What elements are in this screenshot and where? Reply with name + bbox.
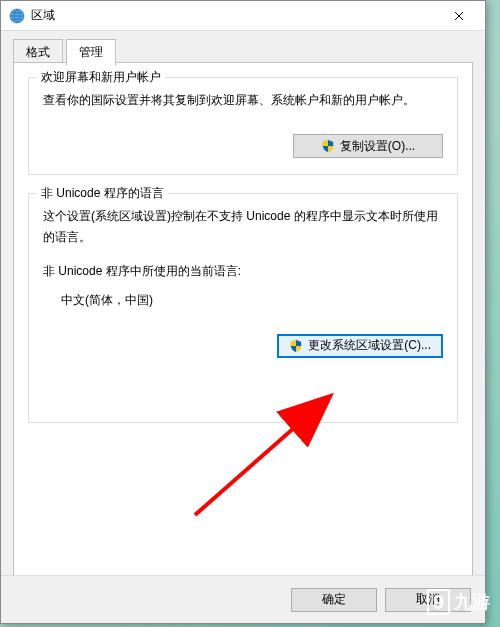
group-non-unicode: 非 Unicode 程序的语言 这个设置(系统区域设置)控制在不支持 Unico… [28,193,458,423]
close-icon [454,11,464,21]
shield-icon [321,139,335,153]
dialog-title: 区域 [31,7,436,24]
shield-icon [289,339,303,353]
ok-button[interactable]: 确定 [291,588,377,612]
dialog-footer: 确定 取消 [1,575,485,623]
tab-panel-admin: 欢迎屏幕和新用户帐户 查看你的国际设置并将其复制到欢迎屏幕、系统帐户和新的用户帐… [13,62,473,582]
copy-settings-button[interactable]: 复制设置(O)... [293,134,443,158]
group-non-unicode-legend: 非 Unicode 程序的语言 [37,185,168,202]
group-welcome-desc: 查看你的国际设置并将其复制到欢迎屏幕、系统帐户和新的用户帐户。 [43,90,443,110]
tab-strip: 格式 管理 [13,38,485,62]
copy-settings-label: 复制设置(O)... [340,138,415,155]
watermark-text: 九游 [454,590,490,614]
current-language-value: 中文(简体，中国) [61,290,443,310]
region-dialog: 区域 格式 管理 欢迎屏幕和新用户帐户 查看你的国际设置并将其复制到欢迎屏幕、系… [0,0,486,624]
close-button[interactable] [436,2,481,30]
change-locale-button[interactable]: 更改系统区域设置(C)... [277,334,443,358]
tab-admin[interactable]: 管理 [66,39,116,66]
watermark-logo-icon: 9 [427,589,450,615]
group-welcome-legend: 欢迎屏幕和新用户帐户 [37,69,165,86]
titlebar: 区域 [1,1,485,31]
group-welcome-accounts: 欢迎屏幕和新用户帐户 查看你的国际设置并将其复制到欢迎屏幕、系统帐户和新的用户帐… [28,77,458,175]
group-non-unicode-desc: 这个设置(系统区域设置)控制在不支持 Unicode 的程序中显示文本时所使用的… [43,206,443,247]
change-locale-label: 更改系统区域设置(C)... [308,337,431,354]
globe-icon [9,8,25,24]
current-language-label: 非 Unicode 程序中所使用的当前语言: [43,261,443,281]
watermark: 9 九游 [427,589,490,615]
